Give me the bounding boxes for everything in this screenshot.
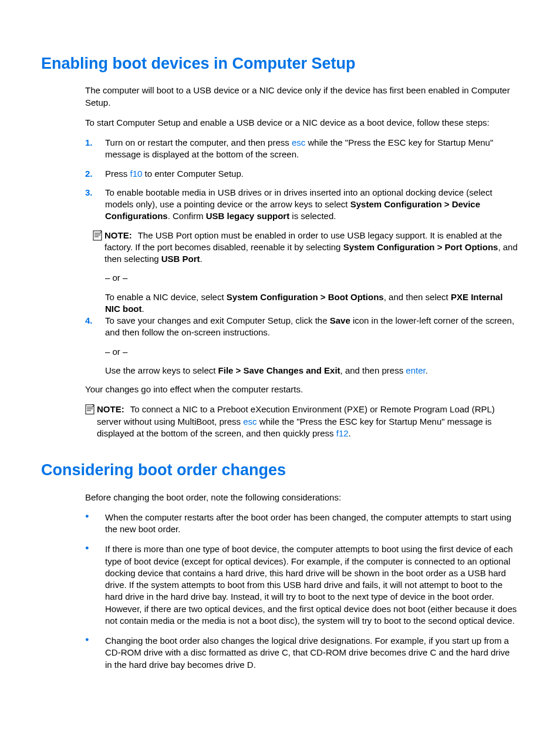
step-text: Press	[105, 169, 130, 179]
text: , and then select	[384, 292, 451, 302]
bold-text: Save	[330, 315, 350, 325]
note-label: NOTE:	[104, 230, 132, 240]
text: Use the arrow keys to select	[105, 365, 218, 375]
paragraph: Before changing the boot order, note the…	[85, 492, 519, 503]
text: To enable a NIC device, select	[105, 292, 227, 302]
list-item: If there is more than one type of boot d…	[85, 543, 519, 627]
key-f10: f10	[130, 169, 143, 179]
heading-enabling-boot-devices: Enabling boot devices in Computer Setup	[41, 53, 519, 74]
step-3: 3. To enable bootable media in USB drive…	[85, 187, 519, 223]
paragraph: Your changes go into effect when the com…	[85, 384, 519, 395]
note-body: NOTE:The USB Port option must be enabled…	[104, 230, 519, 266]
bullet-list: When the computer restarts after the boo…	[85, 512, 519, 671]
step-text: Turn on or restart the computer, and the…	[105, 137, 292, 147]
step-text: to enter Computer Setup.	[142, 169, 244, 179]
bold-text: File > Save Changes and Exit	[218, 365, 340, 375]
text: , and then press	[340, 365, 406, 375]
bold-text: USB legacy support	[206, 211, 290, 221]
svg-rect-0	[93, 231, 102, 240]
text: .	[426, 365, 428, 375]
list-item: When the computer restarts after the boo…	[85, 512, 519, 536]
heading-considering-boot-order: Considering boot order changes	[41, 459, 519, 480]
key-f12: f12	[336, 428, 349, 438]
step-4: 4. To save your changes and exit Compute…	[85, 315, 519, 377]
note-label: NOTE:	[97, 404, 124, 414]
note-text: .	[200, 254, 203, 264]
paragraph: The computer will boot to a USB device o…	[85, 85, 519, 109]
bold-text: System Configuration > Port Options	[343, 242, 498, 252]
text: .	[141, 304, 144, 314]
note-icon	[85, 404, 96, 418]
step-number: 1.	[85, 137, 93, 149]
key-esc: esc	[243, 416, 257, 426]
step-1: 1. Turn on or restart the computer, and …	[85, 137, 519, 161]
key-enter: enter	[406, 365, 425, 375]
paragraph: To start Computer Setup and enable a USB…	[85, 117, 519, 129]
note-block: NOTE:The USB Port option must be enabled…	[93, 230, 519, 266]
or-separator: – or –	[105, 272, 519, 284]
step-text: . Confirm	[168, 211, 206, 221]
or-separator: – or –	[105, 346, 519, 358]
key-esc: esc	[292, 137, 305, 147]
step-number: 4.	[85, 315, 93, 327]
svg-rect-1	[86, 405, 94, 414]
note-text: .	[349, 428, 351, 438]
bold-text: USB Port	[161, 254, 200, 264]
step-text: is selected.	[289, 211, 336, 221]
step-number: 2.	[85, 168, 93, 180]
step-2: 2. Press f10 to enter Computer Setup.	[85, 168, 519, 180]
step-sub-text: To enable a NIC device, select System Co…	[105, 291, 519, 315]
step-number: 3.	[85, 187, 93, 199]
step-text: To save your changes and exit Computer S…	[105, 315, 330, 325]
note-body: NOTE:To connect a NIC to a Preboot eXecu…	[97, 404, 519, 439]
step-sub-text: Use the arrow keys to select File > Save…	[105, 365, 519, 377]
bold-text: System Configuration > Boot Options	[227, 292, 384, 302]
steps-list: 1. Turn on or restart the computer, and …	[85, 137, 519, 223]
steps-list-continued: 4. To save your changes and exit Compute…	[85, 315, 519, 377]
list-item: Changing the boot order also changes the…	[85, 635, 519, 671]
note-block: NOTE:To connect a NIC to a Preboot eXecu…	[85, 404, 519, 439]
note-icon	[93, 230, 103, 244]
page: Enabling boot devices in Computer Setup …	[41, 53, 519, 746]
